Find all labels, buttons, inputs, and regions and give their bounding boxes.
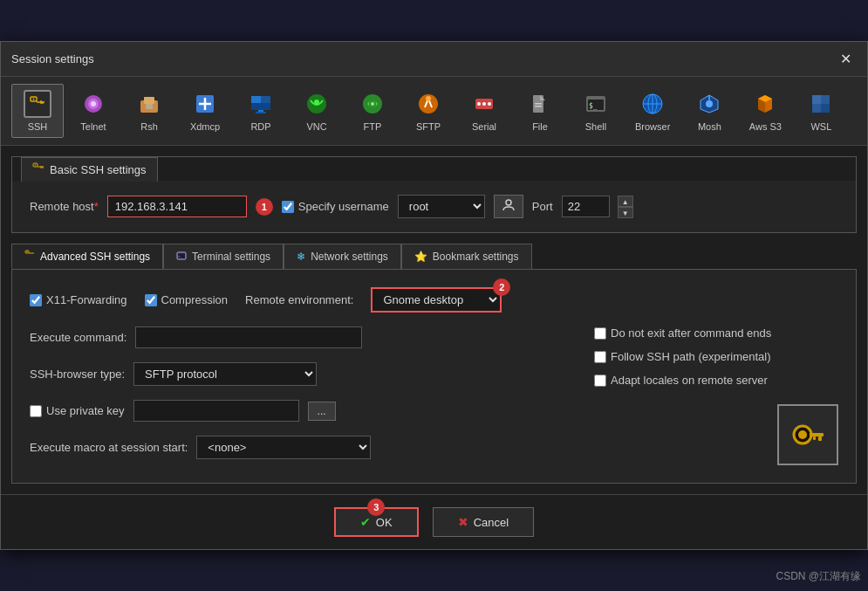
svg-point-21 bbox=[314, 100, 319, 105]
ssh-browser-row: SSH-browser type: SFTP protocol SCP prot… bbox=[30, 362, 580, 386]
svg-point-26 bbox=[426, 96, 431, 101]
do-not-exit-label[interactable]: Do not exit after command ends bbox=[594, 326, 771, 340]
svg-rect-45 bbox=[821, 95, 830, 104]
adapt-locales-label[interactable]: Adapt locales on remote server bbox=[594, 374, 768, 387]
private-key-label: Use private key bbox=[46, 404, 125, 417]
tab-network[interactable]: ❄ Network settings bbox=[284, 244, 401, 269]
xdmcp-icon bbox=[191, 90, 219, 118]
svg-point-61 bbox=[798, 430, 807, 439]
execute-cmd-input[interactable] bbox=[135, 326, 362, 348]
browse-button[interactable]: ... bbox=[308, 402, 336, 421]
toolbar-item-serial[interactable]: Serial bbox=[458, 84, 510, 138]
svg-point-41 bbox=[706, 100, 713, 107]
username-select[interactable]: root bbox=[398, 195, 485, 218]
port-input[interactable] bbox=[562, 196, 610, 217]
specify-username-checkbox-label[interactable]: Specify username bbox=[282, 200, 389, 213]
tab-advanced-ssh[interactable]: Advanced SSH settings bbox=[11, 244, 163, 269]
basic-ssh-tab-label: Basic SSH settings bbox=[50, 163, 147, 176]
toolbar-item-rdp[interactable]: RDP bbox=[235, 84, 287, 138]
svg-rect-15 bbox=[251, 96, 261, 103]
execute-cmd-row: Execute command: bbox=[30, 326, 580, 348]
session-settings-dialog: Session settings ✕ SSH Telnet bbox=[0, 41, 868, 550]
toolbar-item-vnc[interactable]: VNC bbox=[290, 84, 343, 138]
badge-2-wrapper: 2 Gnome desktop KDE desktop XFCE None bbox=[371, 287, 502, 313]
shell-icon: $_ bbox=[582, 90, 610, 118]
specify-username-label: Specify username bbox=[298, 200, 389, 213]
toolbar-item-mosh[interactable]: Mosh bbox=[683, 84, 735, 138]
toolbar-item-telnet[interactable]: Telnet bbox=[67, 84, 120, 138]
toolbar-label-ftp: FTP bbox=[364, 121, 382, 132]
svg-rect-10 bbox=[146, 104, 153, 109]
cancel-button[interactable]: ✖ Cancel bbox=[433, 507, 534, 537]
port-spin-up[interactable]: ▲ bbox=[618, 196, 633, 207]
close-button[interactable]: ✕ bbox=[835, 49, 857, 69]
ok-icon: ✔ bbox=[360, 515, 371, 529]
svg-rect-44 bbox=[812, 95, 821, 104]
remote-host-label: Remote host* bbox=[30, 200, 99, 213]
remote-env-select[interactable]: Gnome desktop KDE desktop XFCE None bbox=[371, 287, 502, 313]
basic-ssh-panel: Basic SSH settings Remote host* 1 Specif… bbox=[11, 156, 857, 233]
macro-select[interactable]: <none> bbox=[196, 436, 371, 459]
follow-ssh-checkbox[interactable] bbox=[594, 351, 606, 363]
vnc-icon bbox=[303, 90, 331, 118]
toolbar-item-shell[interactable]: $_ Shell bbox=[570, 84, 622, 138]
toolbar-item-browser[interactable]: Browser bbox=[625, 84, 680, 138]
macro-label: Execute macro at session start: bbox=[30, 441, 188, 454]
svg-rect-62 bbox=[810, 433, 824, 436]
toolbar-label-mosh: Mosh bbox=[698, 121, 721, 132]
ok-label: OK bbox=[376, 516, 393, 529]
x11-forwarding-label[interactable]: X11-Forwarding bbox=[30, 293, 127, 306]
compression-checkbox[interactable] bbox=[145, 294, 157, 306]
remote-env-label: Remote environment: bbox=[245, 293, 353, 306]
tab-bookmark-label: Bookmark settings bbox=[433, 251, 519, 263]
x11-forwarding-checkbox[interactable] bbox=[30, 294, 42, 306]
adv-left: Execute command: SSH-browser type: SFTP … bbox=[30, 326, 580, 465]
port-spinner: ▲ ▼ bbox=[618, 196, 633, 218]
port-spin-down[interactable]: ▼ bbox=[618, 207, 633, 218]
private-key-input[interactable] bbox=[133, 400, 299, 422]
toolbar-item-ssh[interactable]: SSH bbox=[11, 84, 64, 138]
private-key-checkbox[interactable] bbox=[30, 405, 42, 417]
badge-1: 1 bbox=[256, 198, 273, 216]
specify-username-checkbox[interactable] bbox=[282, 201, 294, 213]
cancel-label: Cancel bbox=[474, 516, 509, 529]
adapt-locales-checkbox[interactable] bbox=[594, 375, 606, 387]
compression-label[interactable]: Compression bbox=[145, 293, 229, 306]
private-key-checkbox-label[interactable]: Use private key bbox=[30, 404, 125, 417]
remote-host-input[interactable] bbox=[107, 196, 247, 217]
toolbar-item-xdmcp[interactable]: Xdmcp bbox=[179, 84, 231, 138]
badge-3: 3 bbox=[367, 498, 385, 516]
toolbar-item-awss3[interactable]: Aws S3 bbox=[739, 84, 791, 138]
toolbar-item-sftp[interactable]: SFTP bbox=[402, 84, 455, 138]
ftp-icon bbox=[359, 90, 386, 118]
toolbar-item-rsh[interactable]: Rsh bbox=[123, 84, 175, 138]
svg-point-30 bbox=[488, 102, 491, 106]
toolbar-item-ftp[interactable]: FTP bbox=[346, 84, 399, 138]
user-icon-button[interactable] bbox=[494, 195, 523, 218]
tab-bookmark-icon: ⭐ bbox=[414, 251, 427, 263]
do-not-exit-checkbox[interactable] bbox=[594, 327, 606, 340]
toolbar-item-file[interactable]: File bbox=[514, 84, 566, 138]
toolbar: SSH Telnet Rsh Xdmcp RDP bbox=[1, 77, 867, 146]
svg-rect-16 bbox=[261, 96, 270, 103]
x11-label: X11-Forwarding bbox=[46, 293, 127, 306]
tab-advanced-label: Advanced SSH settings bbox=[40, 251, 150, 263]
toolbar-item-wsl[interactable]: WSL bbox=[795, 84, 847, 138]
tab-terminal[interactable]: >_ Terminal settings bbox=[163, 244, 284, 269]
advanced-panel: X11-Forwarding Compression Remote enviro… bbox=[11, 269, 857, 484]
follow-ssh-label[interactable]: Follow SSH path (experimental) bbox=[594, 350, 771, 363]
svg-point-29 bbox=[482, 102, 486, 106]
svg-text:>_: >_ bbox=[178, 254, 182, 258]
tab-advanced-icon bbox=[24, 250, 35, 263]
toolbar-label-serial: Serial bbox=[472, 121, 496, 132]
basic-form-row: Remote host* 1 Specify username root Por… bbox=[30, 195, 838, 218]
port-label: Port bbox=[532, 200, 553, 213]
ssh-browser-select[interactable]: SFTP protocol SCP protocol bbox=[133, 362, 317, 386]
cancel-icon: ✖ bbox=[458, 515, 468, 529]
tab-bookmark[interactable]: ⭐ Bookmark settings bbox=[401, 244, 532, 269]
toolbar-label-browser: Browser bbox=[635, 121, 670, 132]
toolbar-label-vnc: VNC bbox=[306, 121, 326, 132]
adv-main-content: Execute command: SSH-browser type: SFTP … bbox=[30, 326, 838, 465]
svg-point-49 bbox=[35, 164, 37, 166]
rdp-icon bbox=[247, 90, 275, 118]
